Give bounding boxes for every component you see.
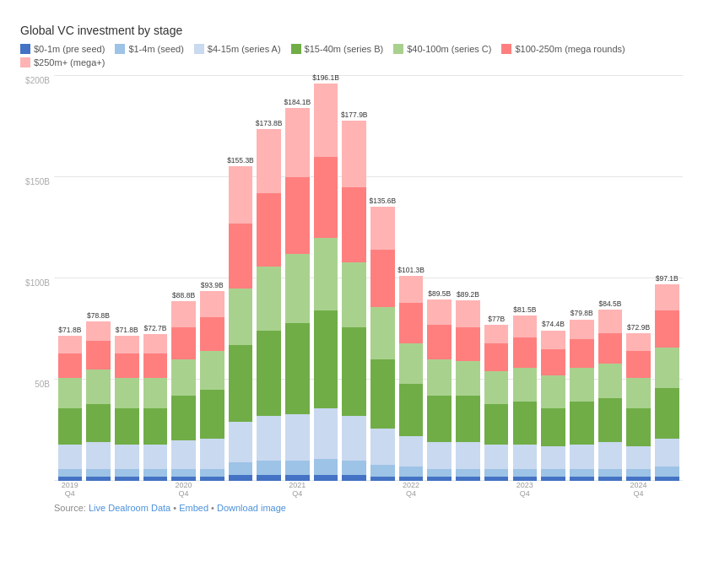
bar-segment [427,442,452,468]
bar-segment [58,378,83,408]
bar-segment [115,445,139,469]
bar-segment [427,396,452,442]
bar-segment [171,440,196,469]
bar-segment [229,345,253,422]
legend-swatch [20,44,30,54]
bar-segment [655,439,679,467]
bar-segment [143,408,168,445]
bar-group: $89.2B [454,76,483,481]
bar-group: $196.1B [311,76,340,481]
bar-segment [513,368,538,402]
bar-segment [58,469,83,477]
bar-group: $184.1B [284,76,312,481]
bar-segment [655,284,679,310]
bar-segment [598,442,623,468]
bar-label: $71.8B [112,326,141,334]
source-link[interactable]: Live Dealroom Data [89,503,170,513]
bar-segment [285,323,310,414]
bar-segment [626,333,651,351]
bar-segment [598,310,623,333]
bar-stack [370,207,395,481]
bar-segment [484,325,509,343]
bar-stack [171,301,196,481]
bar-stack [541,331,565,482]
bar-segment [598,469,623,477]
bar-segment [342,262,366,327]
bar-segment [115,378,139,408]
embed-link[interactable]: Embed [179,503,208,513]
bar-segment [570,339,594,368]
bar-segment [86,370,111,404]
bar-segment [171,301,196,327]
x-labels-container: 2019 Q42020 Q42021 Q42022 Q42023 Q42024 … [54,481,683,498]
bar-segment [257,461,281,475]
bar-segment [171,396,196,440]
legend-label: $1-4m (seed) [128,44,183,54]
bar-group: $77B [482,76,511,481]
bar-segment [626,469,651,477]
legend-swatch [291,44,301,54]
bar-segment [655,348,679,388]
bar-segment [342,475,366,481]
bar-segment [484,371,509,403]
bar-label: $89.5B [425,289,454,298]
bar-label: $89.2B [454,290,483,299]
bar-segment [456,361,480,396]
bar-label: $71.8B [56,326,84,334]
bar-group: $81.5B [511,76,539,481]
bar-segment [370,359,395,429]
bar-group: $74.4B [539,76,568,481]
bar-segment [171,469,196,477]
bar-segment [171,359,196,396]
download-link[interactable]: Download image [217,503,286,513]
legend-swatch [115,44,125,54]
legend-label: $100-250m (mega rounds) [515,44,625,54]
bar-segment [370,250,395,306]
bar-segment [285,475,310,481]
bar-segment [200,291,224,317]
bar-group: $71.8B [112,76,141,481]
bar-segment [456,469,480,477]
bar-segment [399,343,424,384]
bar-segment [484,469,509,477]
x-label: 2021 Q4 [284,481,312,498]
bar-group: $79.8B [567,76,596,481]
bar-segment [513,402,538,444]
bar-segment [285,254,310,323]
bar-label: $84.5B [596,299,625,308]
bar-stack [115,336,139,481]
bar-segment [399,436,424,467]
bar-segment [541,446,565,468]
bar-group: $97.1B [652,76,681,481]
bar-segment [598,333,623,364]
bar-segment [513,337,538,368]
bar-segment [626,378,651,408]
bar-segment [285,414,310,461]
bar-segment [229,422,253,462]
bar-stack [655,284,679,481]
legend-item: $100-250m (mega rounds) [501,44,625,54]
bar-segment [655,310,679,347]
bar-segment [86,341,111,370]
bar-stack [285,108,310,481]
bar-group: $71.8B [56,76,84,481]
bar-segment [342,461,366,475]
bar-stack [598,310,623,481]
bar-segment [655,388,679,439]
bar-group: $72.7B [141,76,170,481]
bar-segment [257,416,281,461]
chart-container: Global VC investment by stage $0-1m (pre… [14,13,689,520]
bars-container: $71.8B$78.8B$71.8B$72.7B$88.8B$93.9B$155… [54,76,683,481]
bar-group: $78.8B [84,76,113,481]
bar-segment [598,398,623,443]
bar-group: $88.8B [170,76,198,481]
bar-segment [570,402,594,444]
bar-segment [200,439,224,469]
bar-group: $177.9B [340,76,369,481]
bar-segment [200,317,224,352]
bar-label: $93.9B [197,281,226,289]
bar-segment [285,461,310,475]
legend-item: $40-100m (series C) [393,44,491,54]
bar-stack [257,129,281,481]
bar-stack [427,299,452,481]
